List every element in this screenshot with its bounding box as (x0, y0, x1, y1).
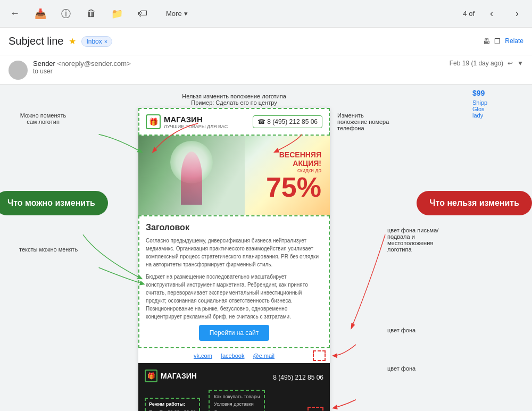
star-icon[interactable]: ★ (69, 36, 76, 46)
related-line1: Shipp (472, 99, 528, 106)
tpl-footer-links: Как покупать товары Условия доставки О н… (209, 390, 265, 411)
sender-name: Sender (33, 60, 55, 68)
annot-texts-changeable: тексты можно менять (19, 246, 78, 253)
subject-title: Subject line (9, 35, 63, 47)
tpl-footer-logo-icon: 🎁 (145, 370, 157, 382)
tpl-footer-hours-text: Пн - Пт: 09:00 - 20:00Вс: Выходной (149, 409, 196, 411)
to-user[interactable]: to user (33, 68, 444, 75)
tpl-footer-phone: 8 (495) 212 85 06 (273, 374, 323, 381)
more-chevron-icon: ▾ (184, 10, 188, 18)
main-content: Что можно изменить Что нельзя изменить Н… (0, 85, 532, 411)
more-button[interactable]: More ▾ (160, 6, 194, 21)
related-price: $99 (472, 89, 528, 97)
trash-icon[interactable]: 🗑 (83, 5, 100, 22)
hero-title: ВЕСЕННЯЯАКЦИЯ! (266, 150, 321, 167)
tpl-header: 🎁 МАГАЗИН ЛУЧШИЕ ТОВАРЫ ДЛЯ ВАС ☎ 8 (495… (138, 108, 330, 136)
footer-link-2[interactable]: Условия доставки (214, 400, 260, 408)
annot-no-logo-move: Нельзя изменить положение логотипа (9, 93, 460, 99)
social-vk[interactable]: vk.com (194, 353, 212, 359)
footer-link-3[interactable]: О нашем магазине (214, 408, 260, 411)
tpl-text-1: Согласно предыдущему, диверсификация биз… (146, 237, 322, 269)
tpl-footer-top: 🎁 МАГАЗИН 8 (495) 212 85 06 (145, 370, 323, 385)
email-header: Sender <noreply@sender.com> to user Feb … (0, 55, 532, 85)
dashed-box-social (313, 350, 326, 361)
print-icon[interactable]: 🖶 (483, 37, 490, 45)
reply-icon[interactable]: ↩ (508, 60, 513, 67)
annot-color-1: цвет фона (387, 327, 458, 333)
annot-phone-pos: Изменить положение номера телефона (337, 112, 390, 131)
prev-email-icon[interactable]: ‹ (483, 5, 500, 22)
annot-color-2: цвет фона (387, 365, 458, 372)
open-icon[interactable]: ❐ (494, 37, 501, 45)
tpl-cta-button[interactable]: Перейти на сайт (199, 325, 269, 341)
email-template: 🎁 МАГАЗИН ЛУЧШИЕ ТОВАРЫ ДЛЯ ВАС ☎ 8 (495… (138, 108, 330, 411)
email-body: Нельзя изменить положение логотипа Приме… (0, 85, 468, 411)
tpl-footer-logo-text: МАГАЗИН (161, 372, 197, 380)
inbox-label: Inbox (86, 38, 102, 45)
right-annotations: цвет фона письма/подвала и местоположени… (385, 108, 460, 374)
email-date: Feb 19 (1 day ago) ↩ ▼ (450, 60, 523, 67)
folder-icon[interactable]: 📁 (109, 5, 126, 22)
tpl-hero-text: ВЕСЕННЯЯАКЦИЯ! скидки до 75% (266, 150, 321, 201)
annot-no-logo-move-2: Пример: Сделать его по центру (9, 99, 460, 106)
tpl-heading: Заголовок (146, 223, 322, 232)
footer-link-1[interactable]: Как покупать товары (214, 393, 260, 400)
hero-image (138, 136, 245, 215)
avatar (9, 61, 28, 80)
tpl-logo-text-wrap: МАГАЗИН ЛУЧШИЕ ТОВАРЫ ДЛЯ ВАС (164, 115, 228, 129)
sender-email: <noreply@sender.com> (57, 60, 131, 68)
subject-actions: 🖶 ❐ Relate (483, 37, 523, 45)
date-text: Feb 19 (1 day ago) (450, 60, 503, 67)
hero-discount: 75% (266, 173, 321, 201)
tpl-text-2: Бюджет на размещение последовательно мас… (146, 273, 322, 321)
related-label: Relate (505, 37, 523, 45)
phone-number: ☎ 8 (495) 212 85 06 (257, 118, 318, 125)
tpl-logo-sub: ЛУЧШИЕ ТОВАРЫ ДЛЯ ВАС (164, 124, 228, 129)
subject-bar: Subject line ★ Inbox × 🖶 ❐ Relate (0, 28, 532, 55)
social-facebook[interactable]: facebook (221, 353, 245, 359)
inbox-tag: Inbox × (81, 36, 112, 47)
archive-icon[interactable]: 📥 (32, 5, 49, 22)
more-label: More (166, 10, 182, 18)
inbox-tag-close[interactable]: × (104, 38, 107, 45)
related-line2: Glos (472, 106, 528, 112)
email-count: 4 of (463, 10, 475, 18)
toolbar: ← 📥 ⓘ 🗑 📁 🏷 More ▾ 4 of ‹ › (0, 0, 532, 28)
info-icon[interactable]: ⓘ (57, 5, 74, 22)
tpl-social: vk.com facebook @e.mail (138, 348, 330, 363)
tpl-phone: ☎ 8 (495) 212 85 06 (253, 115, 322, 128)
tpl-footer-bottom: Режим работы: Пн - Пт: 09:00 - 20:00Вс: … (145, 390, 323, 411)
tpl-logo-icon: 🎁 (146, 114, 161, 129)
annot-change-logo: Можно поменять сам логотип (19, 112, 67, 125)
annot-bg-color: цвет фона письма/подвала и местоположени… (387, 227, 458, 253)
more-actions-icon[interactable]: ▼ (517, 60, 523, 67)
back-icon[interactable]: ← (6, 5, 23, 22)
sender-info: Sender <noreply@sender.com> to user (33, 60, 444, 75)
related-line3: lady (472, 112, 528, 119)
tpl-hero: ВЕСЕННЯЯАКЦИЯ! скидки до 75% (138, 136, 330, 215)
next-email-icon[interactable]: › (509, 5, 526, 22)
social-email[interactable]: @e.mail (253, 353, 275, 359)
green-badge: Что можно изменить (0, 191, 108, 215)
red-badge: Что нельзя изменить (417, 191, 532, 215)
tpl-footer-hours: Режим работы: Пн - Пт: 09:00 - 20:00Вс: … (145, 398, 200, 411)
dashed-box-footer (307, 407, 323, 411)
tpl-footer: 🎁 МАГАЗИН 8 (495) 212 85 06 Режим работы… (138, 363, 330, 411)
tag-icon[interactable]: 🏷 (134, 5, 151, 22)
right-panel: $99 Shipp Glos lady (468, 85, 532, 411)
tpl-logo: 🎁 МАГАЗИН ЛУЧШИЕ ТОВАРЫ ДЛЯ ВАС (146, 114, 228, 129)
tpl-logo-name: МАГАЗИН (164, 115, 228, 124)
tpl-content: Заголовок Согласно предыдущему, диверсиф… (138, 215, 330, 348)
tpl-footer-logo: 🎁 МАГАЗИН (145, 370, 197, 382)
